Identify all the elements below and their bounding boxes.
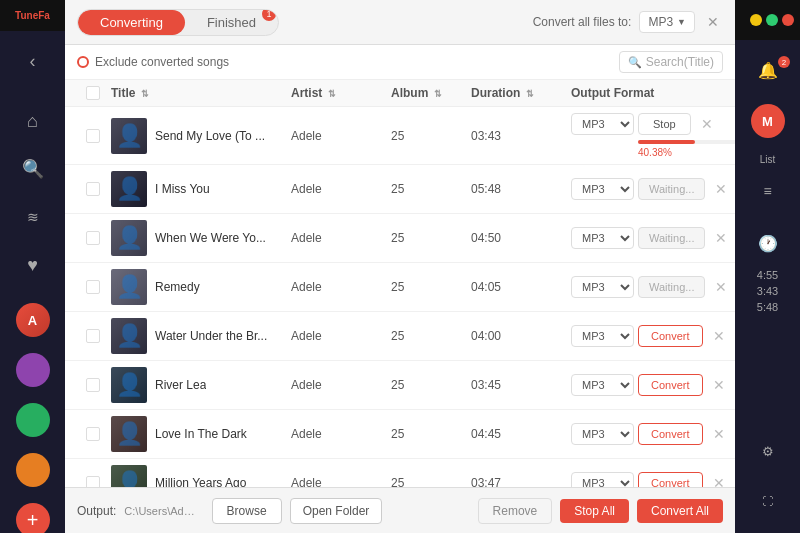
- remove-song-icon[interactable]: ✕: [711, 473, 727, 487]
- clock-item[interactable]: 🕐: [758, 221, 778, 265]
- row-checkbox-6[interactable]: [86, 378, 100, 392]
- exclude-converted-checkbox[interactable]: Exclude converted songs: [77, 55, 229, 69]
- remove-song-icon[interactable]: ✕: [711, 375, 727, 395]
- sidebar-item-search[interactable]: 🔍: [0, 147, 65, 191]
- row-checkbox-4[interactable]: [86, 280, 100, 294]
- remove-song-icon[interactable]: ✕: [713, 179, 729, 199]
- close-window-button[interactable]: [782, 14, 794, 26]
- convert-song-button[interactable]: Convert: [638, 472, 703, 487]
- stop-all-button[interactable]: Stop All: [560, 499, 629, 523]
- sidebar-item-playlist[interactable]: ≋: [0, 195, 65, 239]
- table-row: 👤 Remedy Adele 25 04:05 MP3 AAC FLAC WAV…: [65, 263, 735, 312]
- add-playlist-button[interactable]: +: [16, 503, 50, 533]
- album-num-8: 25: [391, 476, 471, 487]
- dropdown-arrow-icon: ▼: [677, 17, 686, 27]
- album-art-7: 👤: [111, 416, 147, 452]
- notification-count: 2: [778, 56, 790, 68]
- row-checkbox-2[interactable]: [86, 182, 100, 196]
- exclude-icon: [77, 56, 89, 68]
- table-row: 👤 Water Under the Br... Adele 25 04:00 M…: [65, 312, 735, 361]
- format-dropdown-6[interactable]: MP3 AAC FLAC WAV: [571, 374, 634, 396]
- convert-all-button[interactable]: Convert All: [637, 499, 723, 523]
- row-check-cell: [75, 231, 111, 245]
- remove-song-icon[interactable]: ✕: [711, 424, 727, 444]
- avatar-4[interactable]: [16, 453, 50, 487]
- duration-2: 05:48: [471, 182, 571, 196]
- format-dropdown-7[interactable]: MP3 AAC FLAC WAV: [571, 423, 634, 445]
- close-button[interactable]: ✕: [703, 12, 723, 32]
- output-area-5: MP3 AAC FLAC WAV Convert ✕: [571, 325, 731, 347]
- output-area-3: MP3 AAC FLAC WAV Waiting... ✕: [571, 227, 733, 249]
- progress-text: 40.38%: [638, 147, 735, 158]
- right-list-item[interactable]: ≡: [735, 169, 800, 213]
- artist-name-3: Adele: [291, 231, 391, 245]
- search-box[interactable]: 🔍 Search(Title): [619, 51, 723, 73]
- row-checkbox-8[interactable]: [86, 476, 100, 487]
- stop-song-button[interactable]: Stop: [638, 113, 691, 135]
- convert-song-button[interactable]: Convert: [638, 374, 703, 396]
- album-art-5: 👤: [111, 318, 147, 354]
- right-fullscreen-item[interactable]: ⛶: [762, 479, 774, 523]
- convert-song-button[interactable]: Convert: [638, 423, 703, 445]
- avatar-3[interactable]: [16, 403, 50, 437]
- maximize-button[interactable]: [766, 14, 778, 26]
- song-title-2: I Miss You: [155, 182, 210, 196]
- convert-song-button[interactable]: Convert: [638, 325, 703, 347]
- format-dropdown-8[interactable]: MP3 AAC FLAC WAV: [571, 472, 634, 487]
- left-sidebar: TuneFa ‹ ⌂ 🔍 ≋ ♥ A +: [0, 0, 65, 533]
- format-dropdown-1[interactable]: MP3 AAC FLAC WAV: [571, 113, 634, 135]
- sidebar-item-home[interactable]: ⌂: [0, 99, 65, 143]
- browse-button[interactable]: Browse: [212, 498, 282, 524]
- row-checkbox-5[interactable]: [86, 329, 100, 343]
- table-row: 👤 I Miss You Adele 25 05:48 MP3 AAC FLAC…: [65, 165, 735, 214]
- format-selector-global[interactable]: MP3 ▼: [639, 11, 695, 33]
- clock-area: 🕐: [758, 221, 778, 265]
- open-folder-button[interactable]: Open Folder: [290, 498, 383, 524]
- row-checkbox-3[interactable]: [86, 231, 100, 245]
- row-check-cell: [75, 427, 111, 441]
- song-info-2: 👤 I Miss You: [111, 171, 291, 207]
- person-icon: 👤: [116, 176, 143, 202]
- main-content: Converting Finished 1 Convert all files …: [65, 0, 735, 533]
- fullscreen-icon: ⛶: [762, 495, 773, 507]
- sidebar-item-favorites[interactable]: ♥: [0, 243, 65, 287]
- song-info-6: 👤 River Lea: [111, 367, 291, 403]
- artist-name-6: Adele: [291, 378, 391, 392]
- song-info-7: 👤 Love In The Dark: [111, 416, 291, 452]
- format-dropdown-4[interactable]: MP3 AAC FLAC WAV: [571, 276, 634, 298]
- album-num-6: 25: [391, 378, 471, 392]
- format-dropdown-5[interactable]: MP3 AAC FLAC WAV: [571, 325, 634, 347]
- right-notification-item[interactable]: 🔔 2: [735, 48, 800, 92]
- list-icon: ≡: [763, 183, 771, 199]
- output-label: Output:: [77, 504, 116, 518]
- progress-bar-container: [638, 140, 735, 144]
- song-title-1: Send My Love (To ...: [155, 129, 265, 143]
- format-dropdown-3[interactable]: MP3 AAC FLAC WAV: [571, 227, 634, 249]
- row-checkbox-7[interactable]: [86, 427, 100, 441]
- convert-all-area: Convert all files to: MP3 ▼ ✕: [533, 11, 723, 33]
- song-info-8: 👤 Million Years Ago: [111, 465, 291, 487]
- format-cell-7: MP3 AAC FLAC WAV: [571, 423, 634, 445]
- remove-button[interactable]: Remove: [478, 498, 553, 524]
- artist-name-1: Adele: [291, 129, 391, 143]
- row-check-cell: [75, 182, 111, 196]
- remove-song-icon[interactable]: ✕: [711, 326, 727, 346]
- right-user-avatar[interactable]: M: [751, 104, 785, 138]
- format-dropdown-2[interactable]: MP3 AAC FLAC WAV: [571, 178, 634, 200]
- avatar-1[interactable]: A: [16, 303, 50, 337]
- remove-song-icon[interactable]: ✕: [713, 277, 729, 297]
- tab-finished[interactable]: Finished 1: [185, 10, 278, 35]
- remove-song-icon[interactable]: ✕: [713, 228, 729, 248]
- header-check-cell: [75, 86, 111, 100]
- select-all-checkbox[interactable]: [86, 86, 100, 100]
- sidebar-header: TuneFa: [0, 0, 65, 31]
- avatar-2[interactable]: [16, 353, 50, 387]
- right-settings-item[interactable]: ⚙: [762, 429, 774, 473]
- row-checkbox-1[interactable]: [86, 129, 100, 143]
- minimize-button[interactable]: [750, 14, 762, 26]
- sidebar-back-btn[interactable]: ‹: [0, 39, 65, 83]
- output-area-7: MP3 AAC FLAC WAV Convert ✕: [571, 423, 731, 445]
- tab-converting[interactable]: Converting: [78, 10, 185, 35]
- remove-song-icon[interactable]: ✕: [699, 114, 715, 134]
- artist-name-4: Adele: [291, 280, 391, 294]
